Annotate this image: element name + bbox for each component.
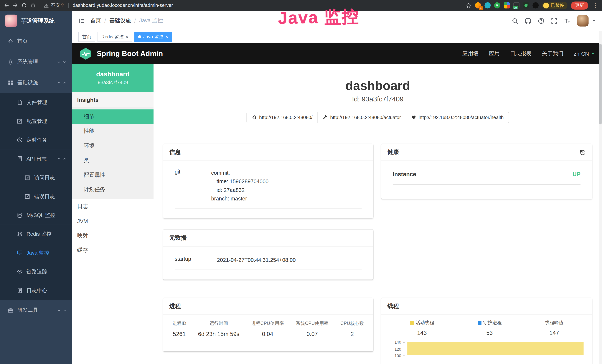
close-tab-icon[interactable]: × bbox=[126, 34, 128, 39]
sidebar-item-11[interactable]: Java 监控 bbox=[0, 244, 72, 262]
metadata-card: 元数据 startup 2021-04-27T00:44:31.254+08:0… bbox=[163, 230, 373, 279]
sba-nav-item-0[interactable]: 应用墙 bbox=[462, 50, 479, 57]
sba-menu-item[interactable]: JVM bbox=[72, 214, 153, 228]
language-selector[interactable]: zh-CN bbox=[574, 50, 595, 57]
axis-tick-mark bbox=[403, 355, 405, 356]
sidebar-toggle-icon[interactable] bbox=[78, 17, 85, 24]
instance-link-0[interactable]: http://192.168.0.2:48080/ bbox=[247, 112, 318, 123]
instance-link-2[interactable]: http://192.168.0.2:48080/actuator/health bbox=[406, 112, 509, 123]
metadata-key: startup bbox=[175, 256, 217, 264]
axis-tick-label: 120 bbox=[391, 347, 401, 351]
breadcrumb-item[interactable]: Java 监控 bbox=[139, 17, 163, 24]
sba-menu-item[interactable]: 类 bbox=[72, 153, 153, 168]
sba-header: Spring Boot Admin 应用墙应用日志报表关于我们 zh-CN bbox=[72, 43, 602, 64]
sba-nav: 应用墙应用日志报表关于我们 bbox=[462, 50, 563, 57]
chrome-update-button[interactable]: 更新 bbox=[571, 1, 588, 9]
sba-nav-item-2[interactable]: 日志报表 bbox=[510, 50, 532, 57]
sba-nav-item-3[interactable]: 关于我们 bbox=[542, 50, 563, 57]
sidebar-item-10[interactable]: Redis 监控 bbox=[0, 225, 72, 243]
axis-tick-row: 120 bbox=[391, 347, 405, 351]
sba-menu-item[interactable]: 缓存 bbox=[72, 243, 153, 258]
sidebar-item-0[interactable]: 首页 bbox=[0, 31, 72, 52]
tags-view: 首页 Redis 监控 × Java 监控 × bbox=[72, 31, 602, 43]
threads-legend: 活动线程 143 守护进程 53 线程峰值 147 bbox=[388, 319, 585, 336]
user-avatar[interactable] bbox=[577, 15, 589, 27]
link-url: http://192.168.0.2:48080/actuator bbox=[330, 115, 401, 120]
sba-menu-item[interactable]: 映射 bbox=[72, 228, 153, 243]
bookmark-star-icon[interactable] bbox=[465, 2, 471, 8]
github-icon[interactable] bbox=[525, 17, 531, 24]
sidebar-item-1[interactable]: 系统管理 bbox=[0, 51, 72, 72]
security-chip[interactable]: 不安全 bbox=[44, 2, 64, 9]
home-icon bbox=[8, 38, 13, 44]
root-menu: 日志JVM映射缓存 bbox=[72, 199, 153, 258]
extension-drop-icon[interactable] bbox=[484, 2, 490, 8]
sidebar-item-14[interactable]: 研发工具 bbox=[0, 300, 72, 321]
sba-menu-item[interactable]: 环境 bbox=[72, 139, 153, 153]
extension-switch-icon[interactable]: on bbox=[513, 2, 519, 8]
font-size-icon[interactable] bbox=[564, 17, 570, 24]
extension-grid-icon[interactable] bbox=[504, 2, 510, 8]
extension-y-icon[interactable]: y bbox=[494, 2, 500, 8]
sidebar-item-8[interactable]: 错误日志 bbox=[0, 187, 72, 206]
axis-tick-mark bbox=[403, 349, 405, 349]
extension-leaf-icon[interactable] bbox=[523, 2, 529, 8]
help-icon[interactable] bbox=[538, 17, 544, 24]
history-icon[interactable] bbox=[580, 149, 586, 155]
instance-link-1[interactable]: http://192.168.0.2:48080/actuator bbox=[318, 112, 406, 123]
breadcrumb-item[interactable]: 基础设施 bbox=[109, 17, 131, 24]
scrollbar[interactable] bbox=[599, 31, 602, 364]
sidebar-item-5[interactable]: 定时任务 bbox=[0, 130, 72, 149]
sidebar-menu: 首页 系统管理 基础设施 文件管理 配置管理 定时任务 API 日志 访问日志 … bbox=[0, 31, 72, 321]
close-tab-icon[interactable]: × bbox=[165, 34, 168, 39]
search-icon[interactable] bbox=[512, 17, 518, 24]
sidebar-item-7[interactable]: 访问日志 bbox=[0, 168, 72, 187]
extension-dark-icon[interactable] bbox=[532, 2, 538, 8]
sidebar-item-12[interactable]: 链路追踪 bbox=[0, 262, 72, 281]
tab-0[interactable]: 首页 bbox=[78, 32, 95, 42]
tab-2[interactable]: Java 监控 × bbox=[134, 32, 172, 42]
sba-nav-item-1[interactable]: 应用 bbox=[489, 50, 500, 57]
clock-icon bbox=[17, 137, 23, 143]
browser-reload-icon[interactable] bbox=[22, 3, 27, 8]
sidebar-item-9[interactable]: MySQL 监控 bbox=[0, 206, 72, 225]
info-line: commit: bbox=[211, 169, 269, 177]
sba-menu-item[interactable]: 细节 bbox=[72, 109, 153, 124]
sba-menu-item[interactable]: 性能 bbox=[72, 124, 153, 139]
monitor-icon bbox=[17, 250, 23, 256]
process-metric: 系统CPU使用率 0.07 bbox=[296, 320, 329, 337]
browser-back-icon[interactable] bbox=[4, 3, 9, 8]
browser-forward-icon[interactable] bbox=[13, 3, 18, 8]
legend-item: 守护进程 53 bbox=[477, 320, 502, 336]
avatar-caret-icon[interactable] bbox=[592, 19, 596, 23]
extension-fox-icon[interactable]: 1 bbox=[475, 2, 481, 8]
case-icon bbox=[8, 307, 13, 313]
sidebar-item-4[interactable]: 配置管理 bbox=[0, 112, 72, 130]
sba-brand[interactable]: Spring Boot Admin bbox=[97, 49, 163, 58]
browser-menu-icon[interactable]: ⋮ bbox=[592, 2, 598, 9]
spring-boot-admin-logo-icon[interactable] bbox=[79, 47, 92, 60]
browser-home-icon[interactable] bbox=[30, 3, 36, 8]
tab-1[interactable]: Redis 监控 × bbox=[97, 32, 132, 42]
instance-header[interactable]: dashboard 93a3fc7f7409 bbox=[72, 64, 153, 92]
profile-paused-chip[interactable]: 已暂停 bbox=[542, 2, 568, 9]
sba-menu-item[interactable]: 计划任务 bbox=[72, 182, 153, 197]
info-line: time: 1596289704000 bbox=[211, 177, 269, 186]
app-logo[interactable]: 芋道管理系统 bbox=[0, 11, 72, 31]
instance-id-label: Id: 93a3fc7f7409 bbox=[153, 95, 602, 103]
breadcrumb-item[interactable]: 首页 bbox=[90, 17, 101, 24]
header-actions bbox=[512, 15, 596, 27]
sidebar-item-3[interactable]: 文件管理 bbox=[0, 93, 72, 112]
sidebar-item-2[interactable]: 基础设施 bbox=[0, 72, 72, 93]
sba-menu-item[interactable]: 日志 bbox=[72, 199, 153, 214]
edit-icon bbox=[17, 118, 23, 124]
health-row[interactable]: Instance UP bbox=[393, 169, 580, 185]
db-icon bbox=[17, 212, 23, 218]
eye-icon bbox=[17, 269, 23, 275]
fullscreen-icon[interactable] bbox=[551, 17, 558, 24]
sidebar-item-6[interactable]: API 日志 bbox=[0, 150, 72, 168]
scrollbar-thumb[interactable] bbox=[599, 44, 602, 124]
sba-menu-item[interactable]: 配置属性 bbox=[72, 168, 153, 182]
sidebar-item-13[interactable]: 日志中心 bbox=[0, 281, 72, 300]
status-up-badge: UP bbox=[572, 171, 580, 177]
